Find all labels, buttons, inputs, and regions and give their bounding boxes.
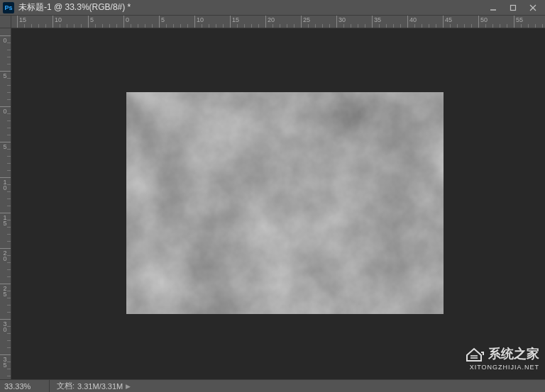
svg-rect-5	[126, 92, 444, 314]
ruler-horizontal[interactable]: 151050510152025303540455055	[11, 16, 545, 28]
document-title: 未标题-1 @ 33.3%(RGB/8#) *	[18, 1, 484, 13]
close-button[interactable]	[524, 1, 542, 14]
minimize-button[interactable]	[484, 1, 502, 14]
photoshop-icon: Ps	[3, 2, 14, 13]
document-info[interactable]: 文档: 3.31M/3.31M ▶	[50, 381, 138, 391]
chevron-right-icon[interactable]: ▶	[126, 383, 131, 390]
watermark: 系统之家	[464, 345, 539, 362]
document-canvas[interactable]	[126, 92, 444, 314]
canvas-area[interactable]: 系统之家 XITONGZHIJIA.NET	[11, 28, 545, 379]
watermark-url: XITONGZHIJIA.NET	[470, 364, 539, 371]
titlebar: Ps 未标题-1 @ 33.3%(RGB/8#) *	[0, 0, 545, 16]
ruler-vertical[interactable]: 050510152025303540	[0, 28, 11, 379]
zoom-level[interactable]: 33.33%	[0, 380, 50, 392]
maximize-button[interactable]	[504, 1, 522, 14]
ruler-corner	[0, 16, 11, 28]
watermark-logo-icon	[464, 345, 484, 362]
statusbar: 33.33% 文档: 3.31M/3.31M ▶	[0, 379, 545, 392]
doc-label: 文档:	[57, 381, 75, 391]
clouds-render	[126, 92, 444, 314]
svg-rect-1	[511, 5, 516, 10]
window-controls	[484, 1, 542, 14]
doc-size: 3.31M/3.31M	[77, 382, 123, 391]
watermark-text: 系统之家	[488, 345, 539, 362]
